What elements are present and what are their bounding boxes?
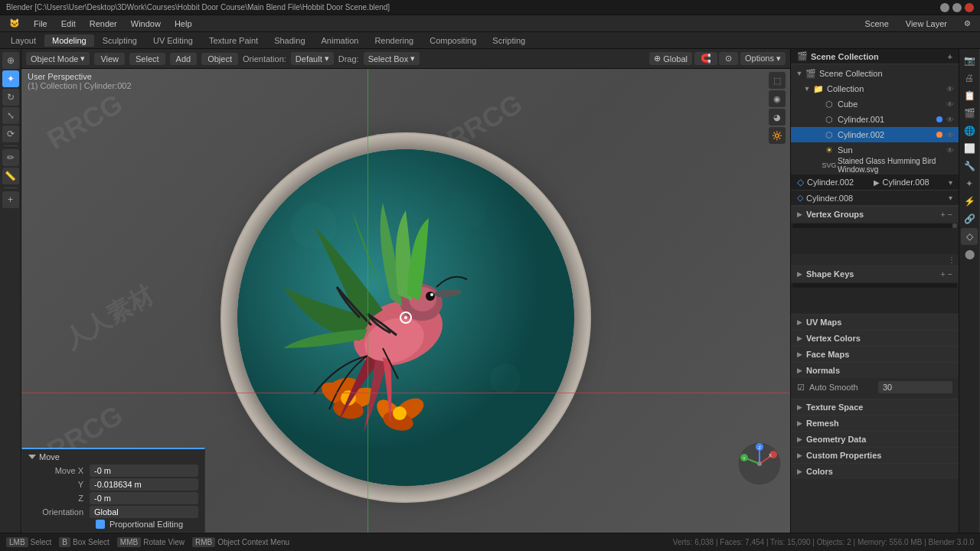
collection-eye-icon[interactable]: 👁 (945, 85, 956, 93)
tool-add[interactable]: + (2, 191, 19, 208)
uv-maps-header[interactable]: ▶ UV Maps (791, 315, 959, 330)
vertex-groups-header[interactable]: ▶ Vertex Groups + − (791, 207, 959, 222)
props-tab-object[interactable]: ⬜ (961, 140, 978, 157)
close-button[interactable] (965, 3, 974, 12)
navigation-gizmo[interactable]: X Y Z (737, 441, 782, 487)
menu-render[interactable]: Render (83, 18, 123, 30)
tree-cylinder-002[interactable]: ▶ ⬡ Cylinder.002 👁 (791, 127, 959, 142)
operator-collapse-btn[interactable] (28, 455, 36, 459)
props-tab-particles[interactable]: ✦ (961, 175, 978, 192)
minimize-button[interactable] (940, 3, 949, 12)
tab-texture-paint[interactable]: Texture Paint (201, 34, 266, 47)
window-controls[interactable] (940, 3, 974, 12)
view-layer-selector[interactable]: View Layer (900, 18, 953, 30)
menu-blender[interactable]: 🐱 (3, 17, 26, 30)
submesh-row[interactable]: ◇ Cylinder.008 ▾ (791, 191, 959, 206)
orientation-selector[interactable]: Default ▾ (291, 52, 334, 65)
mesh-data-dropdown[interactable]: ◇ Cylinder.002 ▶ Cylinder.008 ▾ (791, 174, 959, 191)
menu-file[interactable]: File (28, 18, 54, 30)
snap-btn[interactable]: 🧲 (694, 52, 717, 65)
tab-modeling[interactable]: Modeling (44, 34, 94, 47)
menu-help[interactable]: Help (168, 18, 198, 30)
tool-measure[interactable]: 📏 (2, 168, 19, 184)
tool-cursor[interactable]: ⊕ (2, 52, 19, 69)
tool-move[interactable]: ✦ (2, 70, 19, 87)
props-tab-modifier[interactable]: 🔧 (961, 158, 978, 174)
shape-keys-header[interactable]: ▶ Shape Keys + − (791, 266, 959, 282)
options-btn[interactable]: Options ▾ (740, 52, 786, 65)
face-maps-header[interactable]: ▶ Face Maps (791, 347, 959, 362)
xray-icon-btn[interactable]: ⬚ (769, 72, 786, 89)
props-tab-data[interactable]: ◇ (961, 228, 978, 245)
props-tab-material[interactable]: ⬤ (961, 246, 978, 262)
menu-window[interactable]: Window (125, 18, 167, 30)
tree-cylinder-001[interactable]: ▶ ⬡ Cylinder.001 👁 (791, 112, 959, 127)
vg-scroll-icon[interactable]: ⋮ (948, 256, 956, 264)
move-z-value[interactable]: -0 m (90, 492, 198, 504)
auto-smooth-checkbox-icon[interactable]: ☑ (797, 383, 805, 393)
tool-rotate[interactable]: ↻ (2, 89, 19, 106)
remesh-header[interactable]: ▶ Remesh (791, 416, 959, 431)
tree-stained-glass[interactable]: ▶ SVG Stained Glass Humming Bird Window.… (791, 158, 959, 173)
tree-sun[interactable]: ▶ ☀ Sun 👁 (791, 142, 959, 158)
menu-edit[interactable]: Edit (55, 18, 82, 30)
solid-mode-btn[interactable]: ◉ (769, 90, 786, 107)
viewport-add-btn[interactable]: Add (170, 53, 198, 65)
viewport-view-btn[interactable]: View (94, 53, 125, 65)
tab-scripting[interactable]: Scripting (485, 34, 533, 47)
viewport-object-btn[interactable]: Object (201, 53, 238, 65)
tab-layout[interactable]: Layout (3, 34, 44, 47)
sun-eye-icon[interactable]: 👁 (945, 146, 956, 155)
orientation-value2[interactable]: Global (90, 506, 198, 518)
proportional-btn[interactable]: ⊙ (719, 52, 738, 65)
vg-add-btn[interactable]: + (940, 210, 945, 219)
props-tab-physics[interactable]: ⚡ (961, 193, 978, 210)
cube-eye-icon[interactable]: 👁 (945, 100, 956, 109)
scene-selector[interactable]: Scene (859, 18, 895, 30)
tab-sculpting[interactable]: Sculpting (95, 34, 145, 47)
operator-header[interactable]: Move (28, 452, 198, 461)
tab-compositing[interactable]: Compositing (422, 34, 484, 47)
sk-add-btn[interactable]: + (940, 269, 945, 279)
cyl002-eye-icon[interactable]: 👁 (945, 131, 956, 139)
pivot-selector[interactable]: ⊕ Global (649, 52, 692, 65)
proportional-checkbox[interactable] (96, 520, 105, 529)
texture-space-header[interactable]: ▶ Texture Space (791, 399, 959, 415)
tree-cube[interactable]: ▶ ⬡ Cube 👁 (791, 96, 959, 112)
auto-smooth-value[interactable]: 30 (878, 381, 952, 393)
tab-animation[interactable]: Animation (314, 34, 367, 47)
geometry-data-header[interactable]: ▶ Geometry Data (791, 432, 959, 447)
props-tab-output[interactable]: 🖨 (961, 70, 978, 86)
props-tab-scene[interactable]: 🎬 (961, 105, 978, 122)
tool-transform[interactable]: ⟳ (2, 126, 19, 142)
tree-scene-collection[interactable]: ▼ 🎬 Scene Collection (791, 66, 959, 81)
viewport-mode-selector[interactable]: Object Mode ▾ (26, 52, 90, 65)
colors-header[interactable]: ▶ Colors (791, 464, 959, 479)
custom-properties-header[interactable]: ▶ Custom Properties (791, 448, 959, 463)
move-x-value[interactable]: -0 m (90, 465, 198, 477)
tool-scale[interactable]: ⤡ (2, 107, 19, 124)
props-tab-constraints[interactable]: 🔗 (961, 210, 978, 227)
tab-shading[interactable]: Shading (266, 34, 312, 47)
drag-selector[interactable]: Select Box ▾ (364, 52, 420, 65)
viewport[interactable]: Object Mode ▾ View Select Add Object Ori… (21, 49, 790, 533)
tab-uv-editing[interactable]: UV Editing (145, 34, 201, 47)
tab-rendering[interactable]: Rendering (367, 34, 421, 47)
engine-selector[interactable]: ⚙ (958, 18, 977, 29)
add-collection-btn[interactable]: + (948, 52, 952, 61)
tree-collection[interactable]: ▼ 📁 Collection 👁 (791, 81, 959, 96)
viewport-select-btn[interactable]: Select (129, 53, 165, 65)
props-tab-view-layer[interactable]: 📋 (961, 87, 978, 104)
maximize-button[interactable] (952, 3, 962, 12)
vertex-colors-header[interactable]: ▶ Vertex Colors (791, 331, 959, 346)
normals-header[interactable]: ▶ Normals (791, 363, 959, 378)
props-tab-render[interactable]: 📷 (961, 52, 978, 69)
vg-remove-btn[interactable]: − (948, 210, 952, 219)
material-mode-btn[interactable]: ◕ (769, 109, 786, 126)
props-tab-world[interactable]: 🌐 (961, 122, 978, 139)
sk-remove-btn[interactable]: − (948, 269, 952, 279)
tool-annotate[interactable]: ✏ (2, 149, 19, 166)
cyl001-eye-icon[interactable]: 👁 (945, 116, 956, 124)
render-mode-btn[interactable]: 🔆 (769, 127, 786, 144)
move-y-value[interactable]: -0.018634 m (90, 478, 198, 491)
